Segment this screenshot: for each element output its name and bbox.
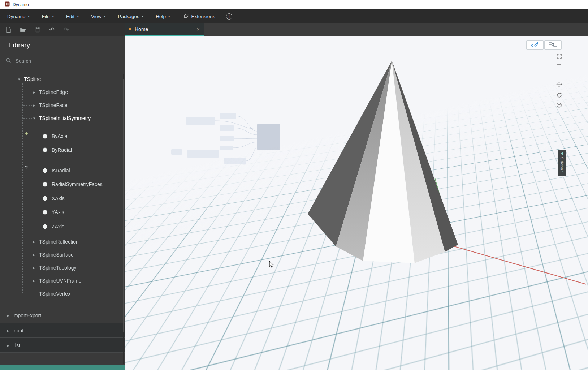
display-toggle-group — [526, 40, 562, 50]
category-importexport[interactable]: ▸ ImportExport — [0, 309, 125, 322]
redo-button[interactable]: ↷ — [63, 27, 69, 33]
chevron-right-icon: ▸ — [7, 313, 9, 318]
chevron-down-icon: ▾ — [52, 14, 54, 18]
tree-item-tsplinereflection[interactable]: ▸ TSplineReflection — [0, 236, 122, 248]
chevron-right-icon: ▸ — [33, 103, 35, 108]
library-panel: Library Search ▾ TSpline ▸ TSplineEdge ▸… — [0, 36, 125, 370]
tree-item-tsplineuvnframe[interactable]: ▸ TSplineUVNFrame — [0, 275, 122, 287]
tree-item-tsplineface[interactable]: ▸ TSplineFace — [0, 99, 122, 111]
graph-overlay-button[interactable] — [544, 40, 562, 50]
window-titlebar: Dynamo — [0, 0, 588, 9]
fit-view-icon[interactable] — [556, 53, 562, 59]
node-icon — [42, 196, 48, 201]
info-icon[interactable]: ! — [226, 13, 232, 20]
save-button[interactable] — [34, 27, 40, 33]
node-icon — [42, 224, 48, 229]
node-icon — [42, 210, 48, 215]
node-icon — [42, 134, 48, 139]
node-item-radialsymmetryfaces[interactable]: RadialSymmetryFaces — [0, 178, 122, 190]
menu-dynamo[interactable]: Dynamo ▾ — [7, 14, 30, 19]
geometry-display-button[interactable] — [526, 40, 544, 50]
chevron-right-icon: ▸ — [7, 343, 9, 348]
chevron-down-icon: ▾ — [77, 14, 79, 18]
chevron-down-icon: ▾ — [142, 14, 144, 18]
menu-view[interactable]: View ▾ — [91, 14, 106, 19]
tree-item-tspline[interactable]: ▾ TSpline — [0, 73, 122, 85]
open-file-button[interactable] — [20, 27, 26, 33]
sidebar-tab-label: Sidebar — [560, 157, 564, 172]
toolbar: ↶ ↷ Home × — [0, 23, 588, 36]
menu-edit[interactable]: Edit ▾ — [66, 14, 79, 19]
node-item-yaxis[interactable]: YAxis — [0, 206, 122, 218]
node-icon — [42, 147, 48, 153]
graph-overlay-icon — [549, 42, 557, 48]
zoom-out-button[interactable]: − — [556, 69, 562, 76]
menu-file[interactable]: File ▾ — [42, 14, 54, 19]
menu-label: Help — [156, 14, 166, 19]
tab-home[interactable]: Home × — [125, 23, 204, 36]
menu-label: Edit — [66, 14, 74, 19]
geometry-display-icon — [531, 42, 539, 48]
chevron-right-icon: ▸ — [33, 266, 35, 270]
tree-item-tsplinetopology[interactable]: ▸ TSplineTopology — [0, 262, 122, 274]
tree-item-tsplineinitialsymmetry[interactable]: ▾ TSplineInitialSymmetry — [0, 112, 122, 124]
node-item-xaxis[interactable]: XAxis — [0, 192, 122, 205]
menu-label: Packages — [118, 14, 139, 19]
menu-label: Dynamo — [7, 14, 25, 19]
chevron-right-icon: ▸ — [33, 90, 35, 95]
chevron-down-icon: ▾ — [28, 14, 30, 18]
tree-item-tsplineedge[interactable]: ▸ TSplineEdge — [0, 86, 122, 98]
new-file-button[interactable] — [5, 27, 12, 33]
mouse-cursor — [269, 261, 276, 269]
close-icon[interactable]: × — [196, 26, 200, 32]
node-item-byradial[interactable]: ByRadial — [0, 144, 122, 156]
unsaved-indicator-dot — [129, 28, 131, 30]
cone-geometry — [179, 58, 468, 267]
node-item-byaxial[interactable]: ByAxial — [0, 130, 122, 142]
app-logo-icon — [5, 1, 10, 8]
node-icon — [42, 168, 48, 173]
category-highlight-bar — [0, 365, 125, 370]
menu-label: Extensions — [191, 14, 215, 19]
library-tree: ▾ TSpline ▸ TSplineEdge ▸ TSplineFace ▾ … — [0, 36, 125, 370]
pan-icon[interactable] — [556, 81, 562, 87]
chevron-right-icon: ▸ — [33, 240, 35, 244]
menu-label: View — [91, 14, 101, 19]
zoom-in-button[interactable]: + — [556, 61, 562, 67]
node-item-isradial[interactable]: IsRadial — [0, 164, 122, 177]
chevron-down-icon: ▾ — [33, 116, 35, 121]
chevron-right-icon: ▸ — [7, 328, 9, 333]
node-icon — [42, 182, 48, 187]
geometry-viewport[interactable]: + − Sidebar — [125, 36, 588, 370]
menu-label: File — [42, 14, 50, 19]
category-list[interactable]: ▸ List — [0, 338, 125, 353]
menu-packages[interactable]: Packages ▾ — [118, 14, 143, 19]
tab-strip: Home × — [125, 23, 588, 36]
category-input[interactable]: ▸ Input — [0, 323, 125, 338]
tree-item-tsplinevertex[interactable]: TSplineVertex — [0, 288, 122, 300]
menu-extensions[interactable]: Extensions — [184, 13, 215, 19]
app-title: Dynamo — [13, 2, 29, 7]
chevron-right-icon: ▸ — [33, 253, 35, 257]
menu-help[interactable]: Help ▾ — [156, 14, 170, 19]
chevron-down-icon: ▾ — [18, 77, 20, 82]
sidebar-scrollbar-thumb[interactable] — [123, 79, 124, 332]
sidebar-collapse-tab[interactable]: Sidebar — [558, 150, 566, 176]
file-tools: ↶ ↷ — [0, 23, 125, 36]
home-view-cube-icon[interactable] — [556, 102, 562, 108]
node-item-zaxis[interactable]: ZAxis — [0, 220, 122, 233]
tree-item-tsplinesurface[interactable]: ▸ TSplineSurface — [0, 249, 122, 261]
extensions-icon — [184, 13, 189, 19]
chevron-down-icon: ▾ — [104, 14, 106, 18]
undo-button[interactable]: ↶ — [49, 27, 55, 33]
chevron-down-icon: ▾ — [168, 14, 170, 18]
tab-home-label: Home — [135, 26, 193, 32]
orbit-icon[interactable] — [556, 92, 562, 98]
menu-bar: Dynamo ▾ File ▾ Edit ▾ View ▾ Packages ▾… — [0, 9, 588, 23]
chevron-right-icon: ▸ — [33, 279, 35, 283]
chevron-left-icon — [561, 152, 563, 155]
